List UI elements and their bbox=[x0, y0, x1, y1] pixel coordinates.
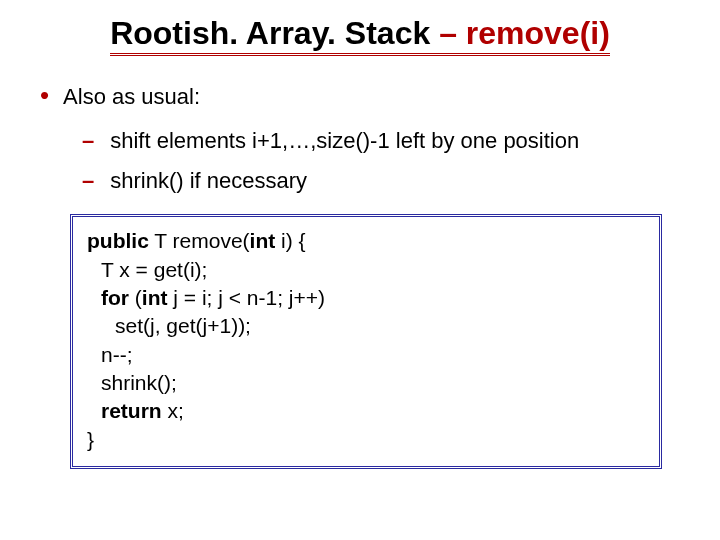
code-line-3: for (int j = i; j < n-1; j++) bbox=[87, 284, 645, 312]
sub-bullet-2: – shrink() if necessary bbox=[82, 168, 690, 194]
code-line-5: n--; bbox=[87, 341, 645, 369]
slide-body: • Also as usual: – shift elements i+1,…,… bbox=[30, 84, 690, 469]
title-dash: – bbox=[430, 15, 466, 51]
kw-public: public bbox=[87, 229, 149, 252]
sub2-post: if necessary bbox=[184, 168, 308, 193]
kw-int-2: int bbox=[142, 286, 168, 309]
code-l3b: ( bbox=[129, 286, 142, 309]
sub-bullet-1: – shift elements i+1,…,size()-1 left by … bbox=[82, 128, 690, 154]
slide-title: Rootish. Array. Stack – remove(i) bbox=[110, 16, 610, 56]
sub2-text: shrink() if necessary bbox=[110, 168, 307, 194]
title-wrap: Rootish. Array. Stack – remove(i) bbox=[30, 16, 690, 56]
code-line-7: return x; bbox=[87, 397, 645, 425]
dash-icon: – bbox=[82, 128, 94, 154]
bullet-dot-icon: • bbox=[40, 84, 49, 106]
code-l1d: i) { bbox=[275, 229, 305, 252]
code-line-1: public T remove(int i) { bbox=[87, 227, 645, 255]
title-text-1: Rootish. Array. Stack bbox=[110, 15, 430, 51]
code-line-8: } bbox=[87, 426, 645, 454]
kw-int-1: int bbox=[250, 229, 276, 252]
sub1-post: left by one position bbox=[390, 128, 580, 153]
code-l7b: x; bbox=[162, 399, 184, 422]
kw-return: return bbox=[101, 399, 162, 422]
sub1-text: shift elements i+1,…,size()-1 left by on… bbox=[110, 128, 579, 154]
code-l3d: j = i; j < n-1; j++) bbox=[167, 286, 325, 309]
code-line-4: set(j, get(j+1)); bbox=[87, 312, 645, 340]
code-l1b: T remove( bbox=[149, 229, 250, 252]
bullet1-text: Also as usual: bbox=[63, 84, 200, 110]
slide: Rootish. Array. Stack – remove(i) • Also… bbox=[0, 0, 720, 540]
sub1-mid: i+1,…,size()-1 bbox=[252, 128, 390, 153]
code-box: public T remove(int i) { T x = get(i); f… bbox=[70, 214, 662, 469]
code-line-6: shrink(); bbox=[87, 369, 645, 397]
sub1-pre: shift elements bbox=[110, 128, 252, 153]
code-line-2: T x = get(i); bbox=[87, 256, 645, 284]
bullet-level1: • Also as usual: bbox=[40, 84, 690, 110]
sub-bullets: – shift elements i+1,…,size()-1 left by … bbox=[82, 128, 690, 194]
sub2-mid: shrink() bbox=[110, 168, 183, 193]
dash-icon: – bbox=[82, 168, 94, 194]
title-text-2: remove(i) bbox=[466, 15, 610, 51]
kw-for: for bbox=[101, 286, 129, 309]
